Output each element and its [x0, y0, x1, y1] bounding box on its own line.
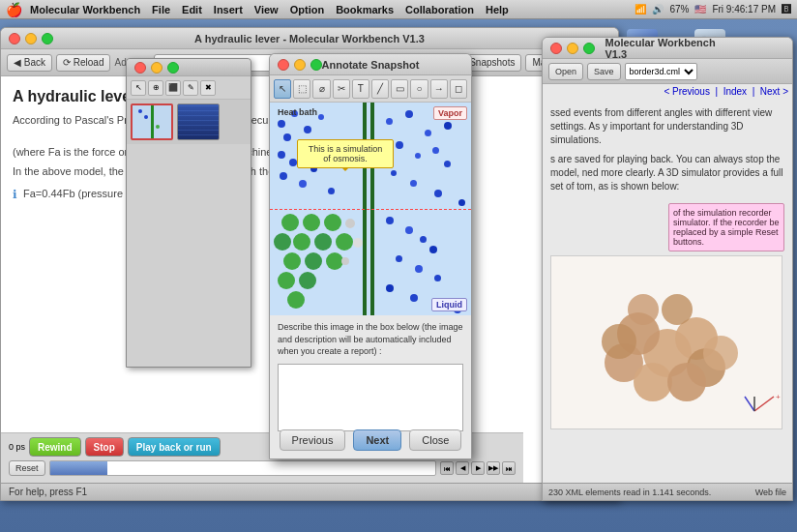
particle [278, 120, 285, 128]
secondary-content: ssed events from different angles with d… [543, 99, 792, 437]
menubar-item-file[interactable]: File [152, 4, 170, 15]
previous-link[interactable]: < Previous [664, 86, 710, 97]
menubar-item-help[interactable]: Help [486, 4, 509, 15]
particle-large-green [336, 233, 353, 251]
svg-point-8 [602, 324, 636, 359]
maximize-button[interactable] [42, 33, 53, 44]
next-link[interactable]: Next > [760, 86, 788, 97]
sim-min-btn[interactable] [151, 62, 162, 74]
sim-tool-cursor[interactable]: ↖ [131, 80, 146, 96]
tool-line[interactable]: ╱ [371, 79, 389, 99]
tc-prev-button[interactable]: ⏮ [440, 461, 454, 475]
annotate-max-btn[interactable] [310, 59, 322, 71]
svg-point-6 [634, 363, 672, 401]
tc-back-button[interactable]: ◀ [456, 461, 469, 475]
particle-large-green [305, 252, 322, 270]
particle [458, 199, 465, 206]
particle-blue-bottom [429, 246, 437, 253]
sec-open-btn[interactable]: Open [548, 63, 583, 80]
back-button[interactable]: ◀ Back [7, 54, 52, 72]
menubar-right: 📶 🔊 67% 🇺🇸 Fri 9:46:17 PM 🅱 [635, 4, 791, 15]
svg-text:+: + [776, 393, 781, 401]
close-button[interactable] [9, 33, 20, 44]
thumb-blue-sim[interactable] [177, 103, 220, 140]
model-selector[interactable]: border3d.cml [625, 63, 697, 80]
sec-max-btn[interactable] [583, 43, 595, 54]
next-button[interactable]: Next [353, 429, 401, 451]
previous-button[interactable]: Previous [280, 429, 346, 451]
menubar-item-insert[interactable]: Insert [214, 4, 243, 15]
sim-tool-5[interactable]: ✖ [200, 80, 216, 96]
particle-large-green [303, 214, 320, 231]
particle [283, 133, 291, 141]
tool-eraser[interactable]: ◻ [450, 79, 467, 99]
tc-fwd-button[interactable]: ▶▶ [487, 461, 500, 475]
sec-para-2: s are saved for playing back. You can al… [550, 153, 784, 193]
minimize-button[interactable] [25, 33, 37, 44]
particle [444, 161, 451, 167]
desktop: 🍎 Molecular Workbench File Edit Insert V… [0, 0, 797, 532]
annotate-min-btn[interactable] [294, 59, 306, 71]
reload-button[interactable]: ⟳ Reload [56, 54, 110, 72]
liquid-label: Liquid [431, 298, 467, 311]
close-dialog-button[interactable]: Close [409, 429, 461, 451]
menubar-item-0[interactable]: Molecular Workbench [30, 4, 140, 15]
sim-tooltip: This is a simulation of osmosis. [297, 139, 394, 168]
particle-small [353, 238, 363, 248]
sec-save-btn[interactable]: Save [587, 63, 621, 80]
particle-large-green [324, 214, 341, 231]
tool-arrow[interactable]: → [430, 79, 448, 99]
menubar-item-edit[interactable]: Edit [182, 4, 202, 15]
tc-play-button[interactable]: ▶ [471, 461, 485, 475]
particle [434, 190, 442, 197]
sim-tool-4[interactable]: ✎ [183, 80, 198, 96]
reset-button[interactable]: Reset [9, 460, 45, 476]
apple-menu[interactable]: 🍎 [6, 2, 22, 17]
tool-crop[interactable]: ✂ [333, 79, 350, 99]
tool-rect-select[interactable]: ⬚ [293, 79, 310, 99]
dashed-line [270, 209, 471, 210]
menubar-item-collab[interactable]: Collaboration [405, 4, 474, 15]
timeline-controls: ⏮ ◀ ▶ ▶▶ ⏭ [440, 461, 516, 475]
sim-tool-2[interactable]: ⊕ [148, 80, 163, 96]
particle-large-green [293, 233, 310, 251]
menubar-item-bookmarks[interactable]: Bookmarks [336, 4, 394, 15]
particle-blue-bottom [415, 265, 423, 273]
sim-close-btn[interactable] [134, 62, 146, 74]
annotate-toolbar: ↖ ⬚ ⌀ ✂ T ╱ ▭ ○ → ◻ [270, 75, 471, 103]
menubar-item-option[interactable]: Option [290, 4, 324, 15]
stop-button[interactable]: Stop [85, 437, 124, 457]
tool-rect[interactable]: ▭ [391, 79, 408, 99]
clock-text: Fri 9:46:17 PM [712, 4, 776, 15]
tool-cursor[interactable]: ↖ [274, 79, 291, 99]
tool-ellipse[interactable]: ○ [410, 79, 428, 99]
secondary-status-right: Web file [755, 488, 786, 497]
sim-toolbar: ↖ ⊕ ⬛ ✎ ✖ [127, 76, 251, 100]
play-button[interactable]: Play back or run [128, 437, 221, 457]
vapor-label: Vapor [433, 106, 467, 120]
timeline[interactable] [49, 460, 436, 476]
heatbath-label: Heat bath [274, 106, 321, 118]
particle [280, 172, 287, 180]
sec-para-1: ssed events from different angles with d… [550, 106, 784, 147]
thumb-osmosis[interactable] [131, 103, 173, 140]
tool-text[interactable]: T [352, 79, 369, 99]
menubar-item-view[interactable]: View [254, 4, 279, 15]
secondary-controls [550, 43, 595, 54]
sec-close-btn[interactable] [550, 43, 562, 54]
main-window-title: A hydraulic lever - Molecular Workbench … [194, 33, 425, 44]
sec-min-btn[interactable] [567, 43, 578, 54]
tool-lasso[interactable]: ⌀ [312, 79, 330, 99]
menubar: 🍎 Molecular Workbench File Edit Insert V… [0, 0, 797, 19]
index-link[interactable]: Index [723, 86, 747, 97]
sim-max-btn[interactable] [167, 62, 179, 74]
sim-tool-3[interactable]: ⬛ [165, 80, 181, 96]
particle [328, 188, 335, 194]
particle-large-green [281, 214, 299, 231]
particle-blue-bottom [386, 284, 394, 292]
rewind-button[interactable]: Rewind [29, 437, 81, 457]
annotate-close-btn[interactable] [278, 59, 289, 71]
tc-next-button[interactable]: ⏭ [502, 461, 516, 475]
flag-icon: 🇺🇸 [694, 4, 706, 15]
particle [396, 141, 403, 149]
